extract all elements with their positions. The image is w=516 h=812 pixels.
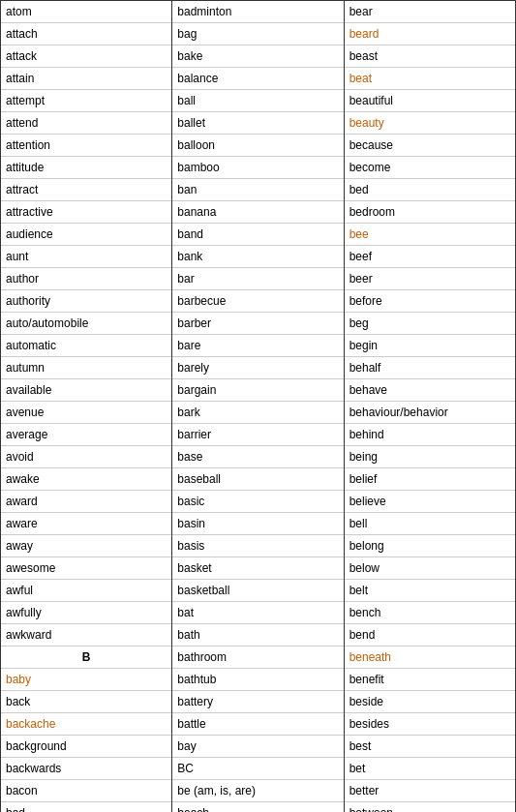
list-item: bath — [172, 624, 343, 647]
list-item: bag — [172, 23, 343, 45]
list-item: barely — [172, 357, 343, 379]
list-item: average — [1, 424, 171, 446]
list-item: below — [345, 557, 515, 580]
list-item: ballet — [172, 112, 343, 135]
list-item: back — [1, 691, 171, 713]
list-item: basketball — [172, 580, 343, 602]
list-item: beautiful — [345, 90, 515, 112]
list-item: awesome — [1, 557, 171, 580]
list-item: attract — [1, 179, 171, 201]
list-item: basis — [172, 535, 343, 557]
list-item: autumn — [1, 357, 171, 379]
list-item: bedroom — [345, 201, 515, 224]
list-item: benefit — [345, 669, 515, 691]
list-item: better — [345, 780, 515, 802]
list-item: battery — [172, 691, 343, 713]
list-item: besides — [345, 713, 515, 736]
list-item: authority — [1, 290, 171, 313]
list-item: barbecue — [172, 290, 343, 313]
list-item: bee — [345, 224, 515, 246]
list-item: attach — [1, 23, 171, 45]
list-item: because — [345, 135, 515, 157]
list-item: bell — [345, 513, 515, 535]
list-item: bacon — [1, 780, 171, 802]
list-item: band — [172, 224, 343, 246]
list-item: bend — [345, 624, 515, 647]
list-item: audience — [1, 224, 171, 246]
list-item: believe — [345, 491, 515, 513]
list-item: bench — [345, 602, 515, 624]
list-item: ball — [172, 90, 343, 112]
list-item: between — [345, 802, 515, 812]
list-item: badminton — [172, 1, 343, 23]
list-item: bed — [345, 179, 515, 201]
list-item: atom — [1, 1, 171, 23]
list-item: beef — [345, 246, 515, 268]
list-item: attend — [1, 112, 171, 135]
list-item: attention — [1, 135, 171, 157]
list-item: behind — [345, 424, 515, 446]
list-item: beard — [345, 23, 515, 45]
list-item: beneath — [345, 647, 515, 669]
list-item: basin — [172, 513, 343, 535]
list-item: beg — [345, 313, 515, 335]
list-item: awfully — [1, 602, 171, 624]
list-item: bay — [172, 736, 343, 758]
list-item: belong — [345, 535, 515, 557]
list-item: beast — [345, 45, 515, 68]
list-item: bank — [172, 246, 343, 268]
list-item: background — [1, 736, 171, 758]
list-item: before — [345, 290, 515, 313]
list-item: basic — [172, 491, 343, 513]
list-item: belt — [345, 580, 515, 602]
list-item: bear — [345, 1, 515, 23]
list-item: bathtub — [172, 669, 343, 691]
list-item: bet — [345, 758, 515, 780]
list-item: backwards — [1, 758, 171, 780]
list-item: barber — [172, 313, 343, 335]
list-item: bamboo — [172, 157, 343, 179]
list-item: attractive — [1, 201, 171, 224]
list-item: avoid — [1, 446, 171, 468]
list-item: basket — [172, 557, 343, 580]
list-item: best — [345, 736, 515, 758]
list-item: B — [1, 647, 171, 669]
list-item: awful — [1, 580, 171, 602]
list-item: begin — [345, 335, 515, 357]
list-item: baseball — [172, 468, 343, 491]
list-item: behave — [345, 379, 515, 402]
list-item: banana — [172, 201, 343, 224]
list-item: aunt — [1, 246, 171, 268]
list-item: author — [1, 268, 171, 290]
list-item: awake — [1, 468, 171, 491]
list-item: avenue — [1, 402, 171, 424]
list-item: bathroom — [172, 647, 343, 669]
list-item: attitude — [1, 157, 171, 179]
column-3: bearbeardbeastbeatbeautifulbeautybecause… — [345, 1, 516, 812]
list-item: attain — [1, 68, 171, 90]
list-item: beer — [345, 268, 515, 290]
list-item: barrier — [172, 424, 343, 446]
list-item: be (am, is, are) — [172, 780, 343, 802]
list-item: bake — [172, 45, 343, 68]
list-item: backache — [1, 713, 171, 736]
list-item: baby — [1, 669, 171, 691]
list-item: bat — [172, 602, 343, 624]
list-item: bargain — [172, 379, 343, 402]
list-item: available — [1, 379, 171, 402]
list-item: become — [345, 157, 515, 179]
list-item: beside — [345, 691, 515, 713]
list-item: balloon — [172, 135, 343, 157]
list-item: bare — [172, 335, 343, 357]
list-item: battle — [172, 713, 343, 736]
list-item: behalf — [345, 357, 515, 379]
list-item: balance — [172, 68, 343, 90]
list-item: award — [1, 491, 171, 513]
column-2: badmintonbagbakebalanceballballetballoon… — [172, 1, 344, 812]
list-item: awkward — [1, 624, 171, 647]
list-item: bad — [1, 802, 171, 812]
word-list-container: atomattachattackattainattemptattendatten… — [0, 0, 516, 812]
column-1: atomattachattackattainattemptattendatten… — [1, 1, 172, 812]
list-item: bar — [172, 268, 343, 290]
list-item: automatic — [1, 335, 171, 357]
